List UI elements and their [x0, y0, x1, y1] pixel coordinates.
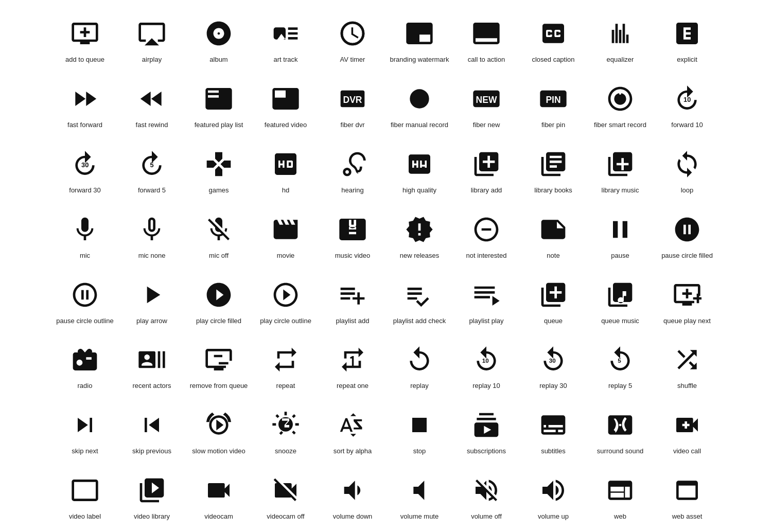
icon-cell-hearing: hearing	[319, 141, 386, 201]
fast-rewind-label: fast rewind	[136, 121, 168, 130]
replay-icon	[401, 342, 437, 378]
fiber-pin-icon: PIN	[535, 81, 571, 117]
airplay-icon	[134, 15, 170, 51]
art-track-label: art track	[274, 56, 298, 64]
icon-cell-featured-video: featured video	[252, 76, 319, 136]
icon-cell-skip-next: skip next	[51, 402, 118, 462]
icon-cell-sort-by-alpha: sort by alpha	[319, 402, 386, 462]
featured-video-icon	[268, 81, 304, 117]
volume-off-label: volume off	[471, 512, 502, 521]
recent-actors-icon	[134, 342, 170, 378]
remove-from-queue-icon	[201, 342, 237, 378]
icon-cell-note: note	[520, 206, 587, 267]
play-arrow-icon	[134, 277, 170, 313]
svg-text:10: 10	[482, 357, 489, 364]
svg-text:30: 30	[549, 357, 556, 364]
forward-30-label: forward 30	[69, 186, 100, 195]
icon-cell-playlist-play: playlist play	[453, 272, 520, 332]
movie-icon	[268, 211, 304, 247]
subtitles-icon	[535, 407, 571, 443]
icon-cell-not-interested: not interested	[453, 206, 520, 267]
icon-cell-videocam-off: videocam off	[252, 467, 319, 527]
airplay-label: airplay	[142, 56, 162, 64]
icon-cell-fiber-manual-record: fiber manual record	[386, 76, 453, 136]
fiber-manual-record-label: fiber manual record	[391, 121, 448, 130]
games-label: games	[208, 186, 229, 195]
icon-cell-fiber-pin: PIN fiber pin	[520, 76, 587, 136]
icon-cell-subtitles: subtitles	[520, 402, 587, 462]
video-call-label: video call	[673, 447, 701, 456]
replay-5-icon: 5	[602, 342, 638, 378]
call-to-action-icon	[468, 15, 504, 51]
playlist-add-icon	[335, 277, 371, 313]
icon-cell-music-video: music video	[319, 206, 386, 267]
icon-cell-movie: movie	[252, 206, 319, 267]
stop-icon	[401, 407, 437, 443]
art-track-icon	[268, 15, 304, 51]
volume-up-label: volume up	[538, 512, 569, 521]
icon-cell-pause: pause	[587, 206, 654, 267]
web-asset-icon	[669, 472, 705, 508]
pause-circle-filled-icon	[669, 211, 705, 247]
fast-rewind-icon	[134, 81, 170, 117]
fiber-pin-label: fiber pin	[541, 121, 565, 130]
icon-cell-forward-30: 30 forward 30	[51, 141, 118, 201]
add-to-queue-icon	[67, 15, 103, 51]
queue-music-label: queue music	[601, 317, 639, 326]
svg-point-3	[410, 89, 429, 108]
icon-cell-fiber-new: NEW fiber new	[453, 76, 520, 136]
replay-30-icon: 30	[535, 342, 571, 378]
subscriptions-icon	[468, 407, 504, 443]
album-icon	[201, 15, 237, 51]
icon-cell-pause-circle-outline: pause circle outline	[51, 272, 118, 332]
movie-label: movie	[277, 252, 295, 260]
svg-text:30: 30	[81, 161, 89, 169]
closed-caption-label: closed caption	[532, 56, 574, 64]
radio-icon	[67, 342, 103, 378]
replay-30-label: replay 30	[539, 382, 567, 391]
playlist-add-check-label: playlist add check	[393, 317, 446, 326]
queue-music-icon	[602, 277, 638, 313]
volume-down-icon	[335, 472, 371, 508]
icon-cell-volume-down: volume down	[319, 467, 386, 527]
equalizer-icon	[602, 15, 638, 51]
playlist-add-check-icon	[401, 277, 437, 313]
fiber-smart-record-icon	[602, 81, 638, 117]
icon-cell-play-circle-outline: play circle outline	[252, 272, 319, 332]
icon-cell-shuffle: shuffle	[654, 336, 721, 397]
surround-sound-label: surround sound	[597, 447, 643, 456]
not-interested-icon	[468, 211, 504, 247]
branding-watermark-icon	[401, 15, 437, 51]
closed-caption-icon	[535, 15, 571, 51]
icon-cell-closed-caption: closed caption	[520, 10, 587, 70]
icon-cell-repeat-one: repeat one	[319, 336, 386, 397]
repeat-one-label: repeat one	[337, 382, 369, 391]
library-music-label: library music	[602, 186, 639, 195]
icon-cell-snooze: snooze	[252, 402, 319, 462]
video-library-label: video library	[134, 512, 170, 521]
skip-next-icon	[67, 407, 103, 443]
icon-cell-loop: loop	[654, 141, 721, 201]
svg-text:DVR: DVR	[343, 95, 362, 105]
hearing-icon	[335, 146, 371, 182]
forward-5-label: forward 5	[138, 186, 166, 195]
volume-down-label: volume down	[333, 512, 373, 521]
web-icon	[602, 472, 638, 508]
queue-label: queue	[544, 317, 563, 326]
hearing-label: hearing	[341, 186, 363, 195]
icon-cell-library-books: library books	[520, 141, 587, 201]
video-library-icon	[134, 472, 170, 508]
icon-cell-recent-actors: recent actors	[118, 336, 185, 397]
sort-by-alpha-label: sort by alpha	[334, 447, 372, 456]
fiber-smart-record-label: fiber smart record	[594, 121, 646, 130]
icon-cell-stop: stop	[386, 402, 453, 462]
videocam-icon	[201, 472, 237, 508]
add-to-queue-label: add to queue	[65, 56, 104, 64]
icon-cell-radio: radio	[51, 336, 118, 397]
shuffle-icon	[669, 342, 705, 378]
icon-cell-fast-rewind: fast rewind	[118, 76, 185, 136]
slow-motion-video-icon	[201, 407, 237, 443]
icon-cell-replay-10: 10 replay 10	[453, 336, 520, 397]
library-books-label: library books	[534, 186, 572, 195]
icon-cell-branding-watermark: branding watermark	[386, 10, 453, 70]
